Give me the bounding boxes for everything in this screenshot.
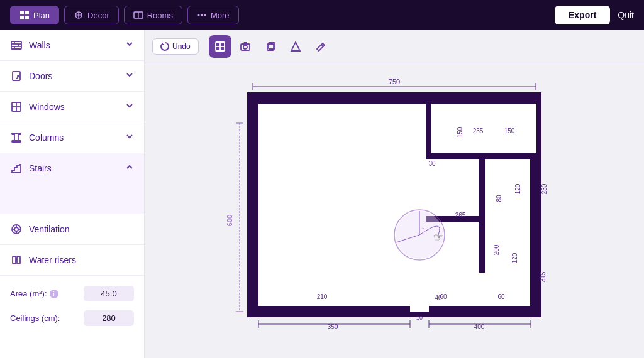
svg-text:☞: ☞ — [433, 231, 443, 244]
svg-text:210: 210 — [317, 293, 328, 300]
svg-point-7 — [201, 14, 203, 16]
edit-icon — [315, 41, 326, 52]
svg-text:200: 200 — [493, 244, 500, 255]
svg-line-41 — [321, 45, 323, 46]
svg-rect-0 — [20, 11, 24, 14]
header-actions: Export Quit — [555, 6, 634, 24]
windows-chevron — [125, 101, 134, 112]
camera-icon — [240, 41, 251, 52]
tool-floor-plan[interactable] — [209, 35, 231, 58]
columns-section: Columns — [0, 122, 144, 153]
sidebar-item-ventilation[interactable]: Ventilation — [0, 214, 144, 245]
tool-3d[interactable] — [259, 35, 282, 58]
svg-text:150: 150 — [457, 127, 464, 138]
windows-section: Windows — [0, 92, 144, 122]
floor-plan-icon — [214, 41, 226, 52]
ceilings-input[interactable] — [84, 310, 134, 326]
toolbar: Undo — [145, 30, 644, 63]
tool-edit[interactable] — [309, 35, 332, 58]
stairs-icon — [10, 162, 23, 175]
sidebar-metrics: Area (m²): i Ceilings (cm): — [0, 276, 144, 345]
columns-chevron — [125, 132, 134, 143]
svg-text:60: 60 — [497, 293, 505, 300]
svg-text:80: 80 — [496, 195, 502, 202]
export-button[interactable]: Export — [555, 6, 610, 24]
stairs-section: Stairs — [0, 153, 144, 214]
svg-rect-62 — [479, 216, 485, 273]
sidebar: Walls Doors Wind — [0, 30, 145, 358]
nav-rooms[interactable]: Rooms — [124, 6, 182, 24]
svg-rect-61 — [410, 306, 429, 312]
svg-text:150: 150 — [504, 127, 515, 134]
svg-text:120: 120 — [514, 183, 521, 194]
windows-icon — [10, 100, 23, 113]
svg-marker-40 — [291, 42, 300, 51]
svg-text:10: 10 — [416, 315, 423, 321]
ventilation-icon — [10, 223, 23, 236]
area-label: Area (m²): i — [10, 289, 58, 298]
svg-text:400: 400 — [474, 323, 485, 330]
sidebar-item-doors[interactable]: Doors — [0, 61, 144, 91]
content-area: Undo — [145, 30, 644, 358]
svg-rect-31 — [17, 256, 20, 264]
sidebar-item-windows[interactable]: Windows — [0, 92, 144, 122]
3d-icon — [265, 41, 276, 52]
decor-icon — [74, 10, 84, 20]
svg-text:235: 235 — [473, 127, 484, 134]
sidebar-item-water-risers[interactable]: Water risers — [0, 245, 144, 276]
nav-more[interactable]: More — [187, 6, 239, 24]
tool-measure[interactable] — [284, 35, 307, 58]
stairs-expanded — [0, 183, 144, 214]
svg-text:265: 265 — [455, 212, 466, 219]
svg-point-8 — [204, 14, 206, 16]
svg-point-16 — [18, 75, 19, 77]
svg-rect-23 — [12, 141, 21, 142]
nav-plan[interactable]: Plan — [10, 6, 59, 24]
area-input[interactable] — [84, 286, 134, 301]
undo-button[interactable]: Undo — [152, 38, 199, 55]
walls-section: Walls — [0, 30, 144, 61]
svg-rect-30 — [13, 256, 16, 264]
quit-button[interactable]: Quit — [618, 10, 634, 20]
more-icon — [197, 10, 207, 20]
area-info-icon[interactable]: i — [50, 290, 58, 298]
tool-group — [209, 35, 332, 58]
svg-point-6 — [197, 14, 199, 16]
svg-rect-1 — [25, 11, 29, 14]
svg-text:600: 600 — [226, 214, 233, 225]
water-risers-icon — [10, 254, 23, 266]
doors-icon — [10, 70, 23, 82]
svg-text:40: 40 — [435, 295, 442, 301]
stairs-chevron — [125, 163, 134, 174]
svg-rect-2 — [20, 16, 24, 19]
walls-icon — [10, 39, 23, 52]
svg-text:230: 230 — [541, 183, 548, 194]
svg-point-37 — [243, 45, 247, 49]
svg-text:30: 30 — [428, 160, 436, 167]
ceilings-metric: Ceilings (cm): — [10, 310, 134, 326]
svg-rect-9 — [11, 41, 21, 49]
svg-rect-3 — [25, 16, 29, 19]
sidebar-item-walls[interactable]: Walls — [0, 30, 144, 60]
svg-text:120: 120 — [511, 252, 518, 263]
nav-decor[interactable]: Decor — [64, 6, 119, 24]
sidebar-item-columns[interactable]: Columns — [0, 122, 144, 153]
svg-text:315: 315 — [540, 271, 547, 282]
main-layout: Walls Doors Wind — [0, 30, 644, 358]
rooms-icon — [133, 10, 143, 20]
floor-plan: 750 600 275 235 — [218, 73, 570, 349]
svg-rect-57 — [426, 104, 431, 154]
svg-text:350: 350 — [328, 323, 338, 330]
plan-icon — [19, 10, 30, 20]
walls-chevron — [125, 40, 134, 51]
undo-icon — [160, 42, 169, 51]
area-metric: Area (m²): i — [10, 286, 134, 301]
tool-camera[interactable] — [234, 35, 257, 58]
canvas-area[interactable]: 750 600 275 235 — [145, 63, 644, 358]
header: Plan Decor Rooms More Export Quit — [0, 0, 644, 30]
columns-icon — [10, 131, 23, 144]
svg-point-25 — [14, 227, 18, 231]
svg-text:↑: ↑ — [421, 225, 425, 232]
sidebar-item-stairs[interactable]: Stairs — [0, 153, 144, 183]
svg-rect-22 — [18, 133, 21, 134]
